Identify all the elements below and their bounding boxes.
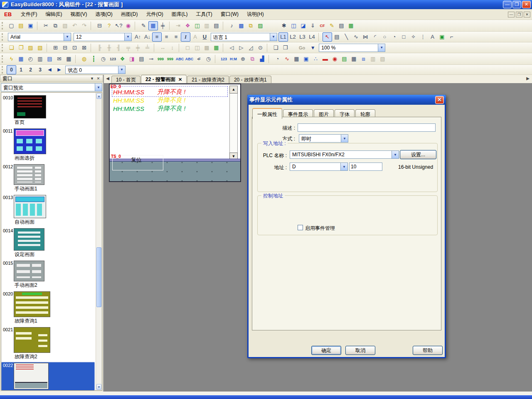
align-bottom-edges-icon[interactable]: ╧ [143, 43, 152, 52]
close-button[interactable]: ✕ [522, 1, 531, 8]
event-display-object[interactable]: HH:MM:SS 升降不良 ! HH:MM:SS 升降不良 ! HH:MM:SS… [113, 88, 228, 113]
scroll-down-icon[interactable]: ▼ [96, 384, 101, 390]
event-display-icon[interactable]: ▤ [340, 54, 349, 64]
layer-l2-button[interactable]: L2 [288, 32, 298, 42]
chevron-down-icon[interactable]: ▼ [270, 33, 277, 41]
panel-dropdown-icon[interactable]: ▼ [89, 76, 95, 81]
download-icon[interactable]: ⇓ [308, 21, 318, 30]
underline-icon[interactable]: U [200, 32, 209, 42]
state-3-button[interactable]: 3 [35, 65, 45, 74]
meter-display-icon[interactable]: ◔ [273, 54, 282, 64]
help-button[interactable]: 帮助 [413, 346, 443, 355]
window-thumbnail[interactable] [14, 228, 44, 251]
layer-l1-button[interactable]: L1 [278, 32, 288, 42]
cf-card-icon[interactable]: CF [318, 21, 327, 30]
clock-icon[interactable]: ◷ [204, 54, 213, 64]
undo-icon[interactable]: ↶ [70, 21, 79, 30]
move-shape-icon[interactable]: ⊕ [238, 54, 248, 64]
mdi-restore-button[interactable]: ❐ [516, 12, 522, 17]
numeric-display-icon[interactable]: 999 [156, 54, 165, 64]
text-tool-icon[interactable]: A [428, 32, 437, 42]
snap-icon[interactable]: ╪ [158, 21, 167, 30]
find-icon[interactable]: ◉ [123, 21, 133, 30]
string-table-icon[interactable]: ▨ [256, 21, 265, 30]
window-item-0013[interactable]: 0013 自动画面 [1, 194, 95, 227]
dialog-title-bar[interactable]: 事件显示元件属性 ✕ [247, 95, 446, 105]
set-bit-icon[interactable]: ◷ [99, 54, 108, 64]
state-0-button[interactable]: 0 [7, 65, 16, 74]
scroll-up-icon[interactable]: ▲ [96, 93, 101, 99]
data-sampling-icon[interactable]: ▦ [349, 54, 359, 64]
same-height-icon[interactable]: ↕ [167, 43, 177, 52]
open-icon[interactable]: ▤ [16, 21, 26, 30]
function-key-icon[interactable]: ❖ [118, 54, 127, 64]
menu-window[interactable]: 窗口(W) [217, 9, 243, 20]
polyline-tool-icon[interactable]: ⋈ [361, 32, 370, 42]
layer-l4-button[interactable]: L4 [307, 32, 317, 42]
slider-icon[interactable]: ⊸ [146, 54, 156, 64]
multi-state-switch-icon[interactable]: ▤ [137, 54, 146, 64]
mode-combo[interactable]: 即时 ▼ [299, 134, 348, 143]
screen-editor-canvas[interactable]: ED_0 HH:MM:SS 升降不良 ! HH:MM:SS 升降不良 ! HH:… [109, 84, 241, 182]
time-tag-icon[interactable]: H:M [229, 54, 238, 64]
data-table-icon[interactable]: ▦ [346, 21, 356, 30]
pie-tool-icon[interactable]: ◔ [389, 32, 399, 42]
cut-icon[interactable]: ✂ [41, 21, 51, 30]
tab-10-home[interactable]: 10 - 首页 [111, 76, 140, 83]
chevron-down-icon[interactable]: ▼ [392, 151, 399, 158]
picture-tool-icon[interactable]: ▣ [437, 32, 447, 42]
print-icon[interactable]: ⊟ [95, 21, 104, 30]
mail-icon[interactable]: ✉ [54, 54, 64, 64]
window-item-0012[interactable]: 0012 手动画面1 [1, 163, 95, 193]
curve-tool-icon[interactable]: ∿ [351, 32, 361, 42]
frame-tool-icon[interactable]: ⌐ [447, 32, 456, 42]
nudge-left-icon[interactable]: ◻ [183, 43, 192, 52]
align-top-edges-icon[interactable]: ╤ [123, 43, 133, 52]
recipe-transfer-icon[interactable]: ▤ [45, 54, 54, 64]
scheduler-icon[interactable]: ◴ [26, 54, 35, 64]
bring-forward-icon[interactable]: ▨ [26, 43, 35, 52]
font-name-combo[interactable]: Arial ▼ [8, 33, 71, 41]
bit-lamp-icon[interactable]: ◍ [79, 54, 89, 64]
chevron-down-icon[interactable]: ▼ [378, 44, 385, 52]
paste-icon[interactable]: ▧ [60, 21, 70, 30]
align-left-icon[interactable]: ≡ [152, 32, 162, 42]
menu-draw[interactable]: 画图(D) [117, 9, 142, 20]
ellipse-tool-icon[interactable]: ○ [380, 32, 389, 42]
data-block-display-icon[interactable]: ▣ [301, 54, 311, 64]
plc-settings-button[interactable]: 设置... [400, 150, 436, 159]
align-right-icon[interactable]: ≡ [171, 32, 181, 42]
font-color-icon[interactable]: A [190, 32, 200, 42]
rectangle-tool-icon[interactable]: □ [399, 32, 409, 42]
window-preview-combo[interactable]: 窗口预览 ▼ [1, 83, 102, 91]
align-left-edges-icon[interactable]: ╟ [95, 43, 104, 52]
chevron-down-icon[interactable]: ▼ [118, 66, 125, 74]
menu-objects[interactable]: 元件(O) [142, 9, 167, 20]
align-middles-icon[interactable]: ╪ [133, 43, 143, 52]
grid-icon[interactable]: ▦ [148, 21, 158, 30]
backup-icon[interactable]: ▥ [368, 54, 378, 64]
mdi-minimize-button[interactable]: — [508, 12, 515, 17]
flip-horizontal-icon[interactable]: ◁ [227, 43, 236, 52]
ok-button[interactable]: 确定 [311, 346, 341, 355]
font-shrink-icon[interactable]: A↓ [143, 32, 152, 42]
window-thumbnail[interactable] [14, 291, 50, 317]
window-thumbnail[interactable] [14, 363, 49, 389]
rotate-icon[interactable]: ◿ [246, 43, 256, 52]
toggle-switch-icon[interactable]: ◨ [127, 54, 137, 64]
new-icon[interactable]: ▢ [7, 21, 16, 30]
chevron-down-icon[interactable]: ▼ [64, 33, 71, 41]
previous-state-icon[interactable]: ◀ [45, 65, 54, 74]
set-word-icon[interactable]: 123 [108, 54, 118, 64]
window-thumbnail[interactable] [14, 327, 50, 353]
numeric-input-icon[interactable]: 999 [165, 54, 175, 64]
alarm-bar-icon[interactable]: ▬ [320, 54, 330, 64]
word-lamp-icon[interactable]: ┇ [89, 54, 99, 64]
address-tag-icon[interactable]: ▤ [212, 21, 221, 30]
send-to-back-icon[interactable]: ❐ [16, 43, 26, 52]
group-icon[interactable]: ❑ [271, 43, 281, 52]
next-state-icon[interactable]: ▶ [54, 65, 64, 74]
menu-file[interactable]: 文件(F) [17, 9, 41, 20]
jump-to-window-icon[interactable]: ▼ [308, 43, 318, 52]
trend-display-icon[interactable]: ∿ [282, 54, 292, 64]
